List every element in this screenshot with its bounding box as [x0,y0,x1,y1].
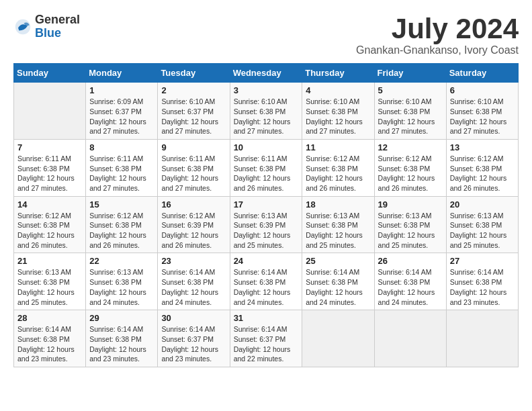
day-info: Sunrise: 6:14 AM Sunset: 6:38 PM Dayligh… [89,324,154,364]
day-info: Sunrise: 6:14 AM Sunset: 6:37 PM Dayligh… [234,324,299,364]
day-cell: 15Sunrise: 6:12 AM Sunset: 6:38 PM Dayli… [86,196,158,253]
day-info: Sunrise: 6:14 AM Sunset: 6:38 PM Dayligh… [234,267,299,307]
header: General Blue July 2024 Gnankan-Gnankanso… [13,13,519,56]
day-number: 24 [234,256,299,266]
day-info: Sunrise: 6:14 AM Sunset: 6:38 PM Dayligh… [450,267,515,307]
day-info: Sunrise: 6:11 AM Sunset: 6:38 PM Dayligh… [234,154,299,193]
day-info: Sunrise: 6:10 AM Sunset: 6:37 PM Dayligh… [161,97,226,136]
week-row-4: 21Sunrise: 6:13 AM Sunset: 6:38 PM Dayli… [14,253,519,310]
day-info: Sunrise: 6:10 AM Sunset: 6:38 PM Dayligh… [234,97,299,136]
day-number: 11 [306,142,370,152]
day-number: 26 [378,256,443,266]
day-cell: 17Sunrise: 6:13 AM Sunset: 6:39 PM Dayli… [230,196,302,253]
calendar-table: SundayMondayTuesdayWednesdayThursdayFrid… [13,63,519,367]
day-cell: 26Sunrise: 6:14 AM Sunset: 6:38 PM Dayli… [374,253,446,310]
day-cell: 29Sunrise: 6:14 AM Sunset: 6:38 PM Dayli… [86,310,158,367]
week-row-3: 14Sunrise: 6:12 AM Sunset: 6:38 PM Dayli… [14,196,519,253]
day-info: Sunrise: 6:13 AM Sunset: 6:38 PM Dayligh… [306,211,370,250]
day-cell: 11Sunrise: 6:12 AM Sunset: 6:38 PM Dayli… [302,139,374,196]
day-number: 25 [306,256,370,266]
logo: General Blue [13,13,80,40]
day-cell: 22Sunrise: 6:13 AM Sunset: 6:38 PM Dayli… [86,253,158,310]
day-info: Sunrise: 6:14 AM Sunset: 6:38 PM Dayligh… [161,267,226,307]
day-cell [374,310,446,367]
day-info: Sunrise: 6:13 AM Sunset: 6:38 PM Dayligh… [450,211,515,250]
header-cell-monday: Monday [86,64,158,83]
day-number: 15 [89,199,154,210]
day-number: 8 [89,142,154,152]
day-number: 21 [17,256,82,266]
day-info: Sunrise: 6:12 AM Sunset: 6:38 PM Dayligh… [17,211,82,250]
day-info: Sunrise: 6:10 AM Sunset: 6:38 PM Dayligh… [306,97,370,136]
day-info: Sunrise: 6:12 AM Sunset: 6:38 PM Dayligh… [89,211,154,250]
week-row-2: 7Sunrise: 6:11 AM Sunset: 6:38 PM Daylig… [14,139,519,196]
day-info: Sunrise: 6:10 AM Sunset: 6:38 PM Dayligh… [450,97,515,136]
day-number: 6 [450,85,515,95]
day-cell [302,310,374,367]
day-number: 4 [306,85,370,95]
week-row-1: 1Sunrise: 6:09 AM Sunset: 6:37 PM Daylig… [14,83,519,140]
day-cell: 28Sunrise: 6:14 AM Sunset: 6:38 PM Dayli… [14,310,86,367]
day-cell [446,310,518,367]
day-number: 12 [378,142,443,152]
day-info: Sunrise: 6:14 AM Sunset: 6:38 PM Dayligh… [17,324,82,364]
header-cell-tuesday: Tuesday [158,64,230,83]
subtitle: Gnankan-Gnankanso, Ivory Coast [356,44,519,56]
header-cell-wednesday: Wednesday [230,64,302,83]
logo-icon [13,17,32,36]
day-cell: 7Sunrise: 6:11 AM Sunset: 6:38 PM Daylig… [14,139,86,196]
day-number: 3 [234,85,299,95]
day-cell [14,83,86,140]
day-cell: 20Sunrise: 6:13 AM Sunset: 6:38 PM Dayli… [446,196,518,253]
day-info: Sunrise: 6:14 AM Sunset: 6:38 PM Dayligh… [306,267,370,307]
week-row-5: 28Sunrise: 6:14 AM Sunset: 6:38 PM Dayli… [14,310,519,367]
day-info: Sunrise: 6:13 AM Sunset: 6:39 PM Dayligh… [234,211,299,250]
day-info: Sunrise: 6:12 AM Sunset: 6:38 PM Dayligh… [378,154,443,193]
day-info: Sunrise: 6:14 AM Sunset: 6:37 PM Dayligh… [161,324,226,364]
day-number: 17 [234,199,299,210]
header-cell-sunday: Sunday [14,64,86,83]
day-number: 28 [17,313,82,323]
main-title: July 2024 [356,13,519,44]
day-cell: 25Sunrise: 6:14 AM Sunset: 6:38 PM Dayli… [302,253,374,310]
day-number: 19 [378,199,443,210]
day-number: 2 [161,85,226,95]
day-info: Sunrise: 6:11 AM Sunset: 6:38 PM Dayligh… [161,154,226,193]
logo-text: General Blue [35,13,80,40]
day-cell: 3Sunrise: 6:10 AM Sunset: 6:38 PM Daylig… [230,83,302,140]
day-info: Sunrise: 6:14 AM Sunset: 6:38 PM Dayligh… [378,267,443,307]
day-cell: 31Sunrise: 6:14 AM Sunset: 6:37 PM Dayli… [230,310,302,367]
day-number: 14 [17,199,82,210]
day-info: Sunrise: 6:13 AM Sunset: 6:38 PM Dayligh… [378,211,443,250]
header-cell-saturday: Saturday [446,64,518,83]
day-cell: 14Sunrise: 6:12 AM Sunset: 6:38 PM Dayli… [14,196,86,253]
day-number: 1 [89,85,154,95]
day-info: Sunrise: 6:09 AM Sunset: 6:37 PM Dayligh… [89,97,154,136]
day-info: Sunrise: 6:12 AM Sunset: 6:38 PM Dayligh… [306,154,370,193]
day-cell: 12Sunrise: 6:12 AM Sunset: 6:38 PM Dayli… [374,139,446,196]
day-number: 13 [450,142,515,152]
day-cell: 1Sunrise: 6:09 AM Sunset: 6:37 PM Daylig… [86,83,158,140]
day-info: Sunrise: 6:11 AM Sunset: 6:38 PM Dayligh… [89,154,154,193]
day-number: 10 [234,142,299,152]
day-cell: 9Sunrise: 6:11 AM Sunset: 6:38 PM Daylig… [158,139,230,196]
day-info: Sunrise: 6:13 AM Sunset: 6:38 PM Dayligh… [89,267,154,307]
day-cell: 5Sunrise: 6:10 AM Sunset: 6:38 PM Daylig… [374,83,446,140]
day-number: 22 [89,256,154,266]
header-cell-friday: Friday [374,64,446,83]
day-info: Sunrise: 6:12 AM Sunset: 6:39 PM Dayligh… [161,211,226,250]
day-info: Sunrise: 6:10 AM Sunset: 6:38 PM Dayligh… [378,97,443,136]
logo-blue: Blue [35,26,61,40]
day-number: 7 [17,142,82,152]
day-number: 30 [161,313,226,323]
day-info: Sunrise: 6:12 AM Sunset: 6:38 PM Dayligh… [450,154,515,193]
day-cell: 18Sunrise: 6:13 AM Sunset: 6:38 PM Dayli… [302,196,374,253]
day-number: 23 [161,256,226,266]
day-number: 16 [161,199,226,210]
day-number: 9 [161,142,226,152]
day-number: 27 [450,256,515,266]
day-number: 29 [89,313,154,323]
day-cell: 24Sunrise: 6:14 AM Sunset: 6:38 PM Dayli… [230,253,302,310]
day-cell: 8Sunrise: 6:11 AM Sunset: 6:38 PM Daylig… [86,139,158,196]
day-number: 18 [306,199,370,210]
